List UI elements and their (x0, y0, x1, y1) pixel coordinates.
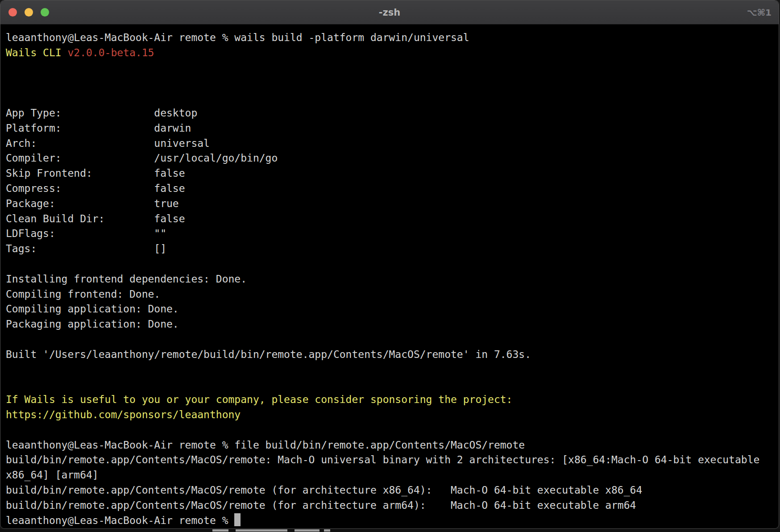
terminal-line (6, 332, 779, 347)
terminal-line (6, 423, 779, 438)
terminal-line: Skip Frontend: false (6, 166, 779, 181)
traffic-lights (8, 0, 49, 24)
background-window-fragment (212, 529, 228, 532)
terminal-line (6, 377, 779, 392)
terminal-line: App Type: desktop (6, 106, 779, 121)
terminal-line: https://github.com/sponsors/leaanthony (6, 407, 779, 423)
background-window-fragment (324, 529, 330, 532)
minimize-button[interactable] (25, 8, 33, 17)
window-title: -zsh (0, 7, 779, 18)
terminal-line: Installing frontend dependencies: Done. (6, 272, 779, 287)
terminal-line: Wails CLI v2.0.0-beta.15 (6, 46, 779, 61)
terminal-output[interactable]: leaanthony@Leas-MacBook-Air remote % wai… (0, 25, 779, 528)
tab-shortcut-badge: ⌥⌘1 (747, 0, 772, 24)
close-button[interactable] (8, 8, 17, 17)
terminal-cursor (234, 513, 241, 526)
terminal-line (6, 257, 779, 272)
terminal-line: build/bin/remote.app/Contents/MacOS/remo… (6, 498, 779, 513)
terminal-line: Compress: false (6, 181, 779, 196)
terminal-line: Platform: darwin (6, 121, 779, 136)
terminal-line: leaanthony@Leas-MacBook-Air remote % wai… (6, 30, 779, 46)
terminal-line: x86_64] [arm64] (6, 468, 779, 483)
terminal-line (6, 61, 779, 76)
terminal-line (6, 91, 779, 106)
terminal-line: Packaging application: Done. (6, 317, 779, 332)
terminal-window: -zsh ⌥⌘1 leaanthony@Leas-MacBook-Air rem… (0, 0, 779, 529)
terminal-line: Compiling frontend: Done. (6, 287, 779, 302)
terminal-line: Built '/Users/leaanthony/remote/build/bi… (6, 347, 779, 362)
terminal-line: Compiler: /usr/local/go/bin/go (6, 151, 779, 166)
terminal-line: leaanthony@Leas-MacBook-Air remote % (6, 513, 779, 528)
background-window-edge (0, 529, 780, 532)
background-window-fragment (236, 529, 287, 532)
terminal-line: Package: true (6, 196, 779, 212)
terminal-line (6, 362, 779, 378)
terminal-line: LDFlags: "" (6, 226, 779, 241)
terminal-line (6, 75, 779, 91)
terminal-line: build/bin/remote.app/Contents/MacOS/remo… (6, 453, 779, 468)
terminal-line: If Wails is useful to you or your compan… (6, 392, 779, 407)
terminal-line: build/bin/remote.app/Contents/MacOS/remo… (6, 483, 779, 498)
terminal-line: Arch: universal (6, 136, 779, 151)
terminal-line: leaanthony@Leas-MacBook-Air remote % fil… (6, 438, 779, 453)
terminal-line: Compiling application: Done. (6, 302, 779, 317)
zoom-button[interactable] (41, 8, 49, 17)
terminal-line: Tags: [] (6, 241, 779, 257)
window-titlebar[interactable]: -zsh ⌥⌘1 (0, 0, 779, 25)
terminal-line: Clean Build Dir: false (6, 212, 779, 227)
background-window-fragment (295, 529, 319, 532)
